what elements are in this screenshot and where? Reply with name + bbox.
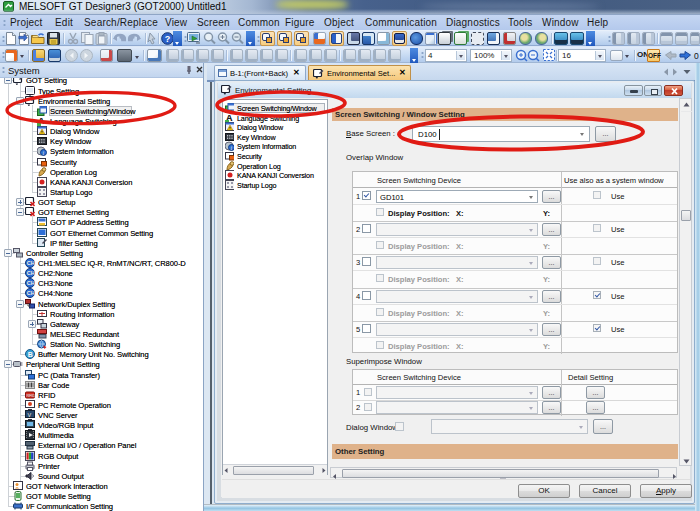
- svg-text:?: ?: [165, 34, 171, 44]
